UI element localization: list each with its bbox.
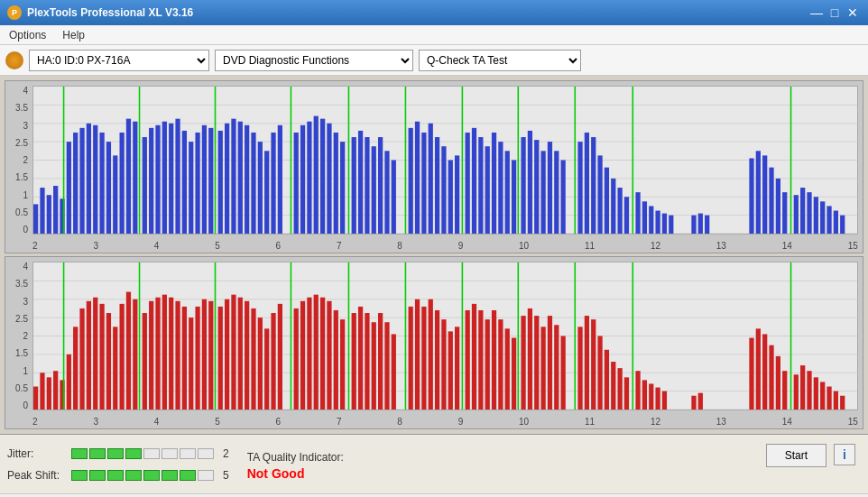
svg-rect-93 — [585, 133, 589, 234]
svg-rect-197 — [448, 331, 453, 410]
svg-rect-167 — [245, 301, 249, 410]
minimize-button[interactable]: — — [808, 5, 825, 21]
svg-rect-192 — [415, 299, 420, 410]
svg-rect-224 — [624, 377, 629, 410]
svg-rect-108 — [698, 214, 703, 234]
app-title: PlexTools Professional XL V3.16 — [27, 6, 193, 19]
jitter-seg-1 — [71, 448, 88, 459]
svg-rect-230 — [662, 391, 667, 410]
svg-rect-84 — [521, 137, 525, 234]
svg-rect-158 — [189, 318, 193, 410]
svg-rect-75 — [466, 133, 470, 234]
svg-rect-235 — [762, 334, 767, 410]
svg-rect-90 — [561, 161, 566, 235]
svg-rect-221 — [605, 350, 609, 410]
svg-rect-186 — [372, 322, 376, 410]
svg-rect-68 — [421, 133, 426, 234]
svg-rect-166 — [238, 298, 243, 410]
svg-rect-47 — [278, 125, 282, 234]
svg-rect-191 — [409, 307, 413, 410]
svg-rect-81 — [505, 151, 510, 234]
info-button[interactable]: i — [834, 444, 855, 465]
left-metrics: Jitter: 2 Peak Shift: — [7, 445, 229, 484]
svg-rect-72 — [448, 161, 453, 235]
svg-rect-97 — [611, 179, 615, 234]
svg-rect-219 — [591, 319, 596, 410]
svg-rect-66 — [409, 128, 413, 234]
svg-rect-223 — [617, 368, 622, 410]
metrics-area: Jitter: 2 Peak Shift: — [0, 434, 868, 493]
bottom-chart-x-axis: 2 3 4 5 6 7 8 9 10 11 12 13 14 15 — [32, 417, 858, 427]
svg-rect-183 — [352, 313, 356, 410]
svg-rect-40 — [231, 119, 235, 234]
svg-rect-141 — [79, 308, 84, 410]
svg-rect-168 — [251, 308, 255, 410]
svg-rect-67 — [415, 122, 420, 234]
title-bar-left: P PlexTools Professional XL V3.16 — [7, 5, 193, 20]
svg-rect-56 — [340, 142, 345, 234]
svg-rect-17 — [87, 124, 91, 234]
test-select[interactable]: Q-Check TA Test — [419, 50, 581, 71]
jitter-seg-3 — [107, 448, 124, 459]
svg-rect-113 — [769, 168, 773, 234]
top-chart-svg — [33, 87, 857, 234]
jitter-seg-6 — [162, 448, 178, 459]
menu-options[interactable]: Options — [5, 28, 50, 42]
svg-rect-237 — [776, 356, 780, 410]
svg-rect-70 — [435, 137, 439, 234]
svg-rect-203 — [485, 319, 490, 410]
svg-rect-146 — [113, 327, 117, 410]
svg-rect-217 — [577, 327, 582, 410]
svg-rect-14 — [67, 142, 71, 234]
menu-help[interactable]: Help — [59, 28, 88, 42]
peak-shift-value: 5 — [223, 469, 229, 482]
window-controls: — □ ✕ — [808, 5, 861, 21]
svg-rect-109 — [705, 216, 709, 234]
function-select[interactable]: DVD Diagnostic Functions — [215, 50, 413, 71]
svg-rect-30 — [169, 124, 173, 234]
jitter-label: Jitter: — [7, 447, 66, 460]
svg-rect-78 — [485, 146, 490, 234]
svg-rect-64 — [392, 161, 396, 235]
svg-rect-209 — [521, 316, 525, 410]
svg-rect-29 — [162, 122, 167, 234]
svg-rect-110 — [749, 158, 753, 234]
ta-quality-label: TA Quality Indicator: — [247, 451, 344, 464]
svg-rect-73 — [455, 155, 459, 234]
top-chart: 4 3.5 3 2.5 2 1.5 1 0.5 0 — [5, 80, 863, 253]
svg-rect-135 — [47, 377, 51, 410]
svg-rect-76 — [472, 128, 476, 234]
svg-rect-50 — [300, 125, 305, 234]
svg-rect-27 — [149, 128, 153, 234]
svg-rect-215 — [561, 336, 566, 410]
svg-rect-53 — [320, 119, 325, 234]
svg-rect-171 — [271, 313, 275, 410]
svg-rect-71 — [441, 146, 446, 234]
menu-bar: Options Help — [0, 25, 868, 45]
svg-rect-200 — [466, 310, 470, 410]
svg-rect-188 — [384, 322, 389, 410]
svg-rect-229 — [655, 388, 660, 410]
device-select[interactable]: HA:0 ID:0 PX-716A — [29, 50, 209, 71]
peak-shift-seg-5 — [143, 470, 160, 481]
svg-rect-149 — [133, 299, 137, 410]
svg-rect-228 — [649, 383, 653, 410]
svg-rect-107 — [691, 216, 696, 234]
jitter-seg-7 — [180, 448, 196, 459]
svg-rect-143 — [93, 298, 97, 410]
svg-rect-55 — [334, 133, 338, 234]
svg-rect-179 — [327, 301, 331, 410]
svg-rect-220 — [597, 336, 602, 410]
svg-rect-205 — [498, 319, 503, 410]
svg-rect-184 — [358, 307, 363, 410]
start-button[interactable]: Start — [766, 444, 826, 467]
svg-rect-62 — [378, 137, 383, 234]
peak-shift-seg-6 — [162, 470, 178, 481]
jitter-seg-8 — [198, 448, 214, 459]
svg-rect-32 — [182, 131, 187, 234]
svg-rect-169 — [258, 318, 263, 410]
svg-rect-59 — [358, 131, 363, 234]
svg-rect-9 — [40, 188, 44, 234]
maximize-button[interactable]: □ — [826, 5, 843, 21]
close-button[interactable]: ✕ — [845, 5, 861, 21]
